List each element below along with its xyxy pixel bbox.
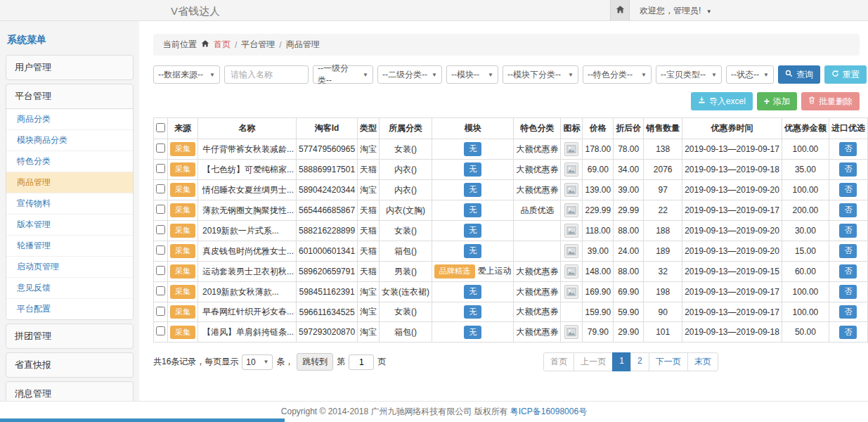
import-select-toggle[interactable]: 否 [839, 142, 857, 155]
sidebar-group-groupbuy: 拼团管理 [6, 324, 134, 349]
import-select-toggle[interactable]: 否 [839, 224, 857, 237]
import-select-toggle[interactable]: 否 [839, 244, 857, 257]
product-type: 淘宝 [358, 302, 380, 322]
row-checkbox[interactable] [156, 307, 165, 316]
sidebar-subitem-module-goods-category[interactable]: 模块商品分类 [6, 130, 133, 151]
source-badge: 采集 [170, 244, 195, 257]
welcome-menu[interactable]: 欢迎您，管理员! ▼ [640, 5, 712, 17]
data-source-select[interactable]: --数据来源--▼ [153, 65, 220, 84]
row-checkbox[interactable] [156, 326, 165, 335]
pager-page-1[interactable]: 1 [612, 352, 631, 371]
icp-link[interactable]: 粤ICP备16098006号 [510, 406, 587, 418]
discount-price: 59.90 [614, 302, 644, 322]
import-select-toggle[interactable]: 否 [839, 183, 857, 196]
sidebar-subitem-feature-category[interactable]: 特色分类 [6, 151, 133, 172]
level1-category-select[interactable]: --一级分类--▼ [313, 65, 373, 84]
source-badge: 采集 [170, 326, 195, 339]
level2-category-select[interactable]: --二级分类--▼ [377, 65, 442, 84]
import-select-toggle[interactable]: 否 [839, 285, 857, 298]
sidebar-subitem-promo-material[interactable]: 宣传物料 [6, 193, 133, 215]
source-badge: 采集 [170, 285, 195, 298]
module-subcategory-select[interactable]: --模块下分类--▼ [503, 65, 578, 84]
sidebar-subitem-goods-category[interactable]: 商品分类 [6, 109, 133, 130]
module-cell: 无 [432, 180, 514, 200]
sidebar-item-platform-management[interactable]: 平台管理 [6, 84, 133, 108]
sales-count: 97 [644, 180, 682, 200]
breadcrumb-item-platform[interactable]: 平台管理 [241, 39, 275, 51]
product-name: 2019新款一片式系... [198, 221, 297, 241]
select-all-checkbox[interactable] [156, 123, 165, 132]
sales-count: 138 [644, 139, 682, 160]
row-checkbox[interactable] [156, 266, 165, 275]
feature-category [514, 221, 561, 241]
table-header-row: 来源 名称 淘客Id 类型 所属分类 模块 特色分类 图标 价格 折后价 销售数… [154, 118, 868, 139]
feature-category: 品质优选 [514, 200, 561, 221]
pager-page-2[interactable]: 2 [630, 352, 649, 371]
row-checkbox[interactable] [156, 184, 165, 193]
table-row: 采集【港风】单肩斜挎链条...597293020870淘宝箱包()无大额优惠券7… [154, 322, 868, 343]
sidebar-item-groupbuy-management[interactable]: 拼团管理 [6, 324, 133, 348]
row-checkbox[interactable] [156, 143, 165, 153]
col-feature: 特色分类 [514, 118, 561, 139]
reset-button[interactable]: 重置 [824, 65, 867, 84]
import-excel-button[interactable]: 导入excel [691, 92, 753, 110]
status-value: --状态-- [731, 69, 759, 81]
status-select[interactable]: --状态--▼ [726, 65, 774, 84]
name-search-input[interactable] [224, 65, 309, 84]
sidebar-subitem-carousel-management[interactable]: 轮播管理 [6, 236, 133, 257]
sidebar-subitem-version-management[interactable]: 版本管理 [6, 215, 133, 236]
product-name: 【港风】单肩斜挎链条... [198, 322, 297, 343]
horizontal-scrollbar-thumb[interactable] [0, 418, 285, 422]
pager-last[interactable]: 末页 [687, 352, 718, 371]
sidebar-subitem-splash-management[interactable]: 启动页管理 [6, 257, 133, 278]
module-select[interactable]: --模块--▼ [446, 65, 498, 84]
product-name: 【七色纺】可爱纯棉家... [198, 160, 297, 180]
row-checkbox[interactable] [156, 164, 165, 173]
page-size-value: 10 [246, 357, 255, 367]
breadcrumb-home-link[interactable]: 首页 [214, 39, 231, 51]
add-button[interactable]: + 添加 [757, 92, 797, 110]
row-checkbox[interactable] [156, 245, 165, 255]
search-button[interactable]: 查询 [778, 65, 820, 84]
sidebar-item-message-management[interactable]: 消息管理 [6, 382, 133, 401]
icon-cell [561, 322, 583, 343]
item-type-select[interactable]: --宝贝类型--▼ [656, 65, 722, 84]
page-number-input[interactable] [349, 354, 374, 370]
row-checkbox[interactable] [156, 205, 165, 214]
page-size-select[interactable]: 10 ▼ [242, 354, 273, 370]
coupon-amount: 100.00 [782, 180, 829, 200]
product-type: 淘宝 [358, 282, 380, 302]
breadcrumb: 当前位置 首页 / 平台管理 / 商品管理 [153, 34, 860, 56]
pager-next[interactable]: 下一页 [649, 352, 688, 371]
import-select-toggle[interactable]: 否 [839, 264, 857, 278]
row-checkbox[interactable] [156, 286, 165, 295]
chevron-down-icon: ▼ [763, 72, 769, 78]
sidebar-subitem-platform-config[interactable]: 平台配置 [6, 299, 133, 319]
sidebar-subitem-feedback[interactable]: 意见反馈 [6, 278, 133, 299]
pager-first[interactable]: 首页 [543, 352, 574, 371]
row-select-cell [154, 302, 168, 322]
import-select-toggle[interactable]: 否 [839, 326, 857, 339]
import-select-toggle[interactable]: 否 [839, 305, 857, 319]
product-category: 内衣() [380, 160, 432, 180]
jump-button[interactable]: 跳转到 [297, 353, 333, 371]
sidebar-item-user-management[interactable]: 用户管理 [6, 56, 133, 79]
home-button[interactable] [610, 0, 630, 21]
import-select-toggle[interactable]: 否 [839, 203, 857, 217]
row-checkbox[interactable] [156, 225, 165, 234]
sidebar-item-express-report[interactable]: 省直快报 [6, 353, 133, 377]
breadcrumb-item-goods[interactable]: 商品管理 [286, 39, 320, 51]
source-badge: 采集 [170, 183, 195, 196]
product-thumbnail [564, 203, 578, 217]
chevron-down-icon: ▼ [209, 72, 215, 78]
sidebar-subitem-goods-management[interactable]: 商品管理 [6, 172, 133, 193]
import-select-cell: 否 [829, 160, 867, 180]
batch-delete-button[interactable]: 批量删除 [801, 92, 860, 110]
coupon-time: 2019-09-13—2019-09-20 [682, 221, 782, 241]
price: 69.00 [583, 160, 614, 180]
import-select-toggle[interactable]: 否 [839, 162, 857, 176]
pager-prev[interactable]: 上一页 [574, 352, 613, 371]
sales-count: 22 [644, 200, 682, 221]
sales-count: 188 [644, 221, 682, 241]
feature-category-select[interactable]: --特色分类--▼ [583, 65, 652, 84]
